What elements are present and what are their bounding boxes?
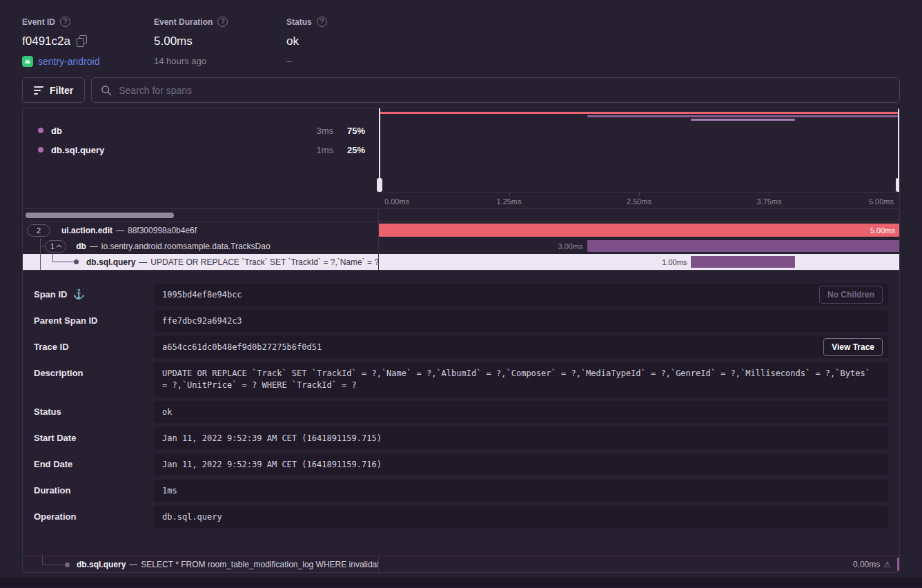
span-detail-panel: Span ID⚓ 1095bd4ef8e94bcc No Children Pa… [23, 270, 899, 554]
legend-dot [38, 128, 43, 133]
legend-op: db.sql.query [51, 145, 104, 155]
minimap-right-handle[interactable] [898, 108, 899, 192]
field-value-box: ok [154, 401, 888, 423]
tree-connector [42, 565, 66, 565]
field-trace-id: Trace ID a654cc61dc0b48ef9d0b27275b6f0d5… [34, 336, 888, 358]
event-header: Event ID ? f0491c2a sentry-android Event… [0, 0, 922, 67]
filter-button-label: Filter [50, 85, 73, 96]
search-icon [101, 85, 112, 96]
span-row-ui-action-edit[interactable]: 2 ui.action.edit — 88f300998a0b4e6f 5.00… [23, 222, 899, 238]
span-tree: 2 ui.action.edit — 88f300998a0b4e6f 5.00… [23, 222, 899, 270]
field-value-box: Jan 11, 2022 9:52:39 AM CET (1641891159.… [154, 427, 888, 449]
span-bar[interactable]: 5.00ms [379, 224, 899, 237]
span-op: db.sql.query [86, 257, 135, 267]
span-row-db[interactable]: 1 db — io.sentry.android.roomsample.data… [23, 238, 899, 254]
page-bottom-strip [0, 578, 922, 587]
field-label: Description [34, 368, 84, 378]
field-span-id: Span ID⚓ 1095bd4ef8e94bcc No Children [34, 284, 888, 306]
span-description: io.sentry.android.roomsample.data.Tracks… [101, 242, 271, 251]
span-bar[interactable] [587, 240, 899, 252]
anchor-icon[interactable]: ⚓ [72, 289, 84, 299]
tree-connector [42, 556, 43, 565]
axis-tick-label: 3.75ms [756, 197, 781, 206]
view-trace-button[interactable]: View Trace [823, 338, 883, 356]
copy-icon[interactable] [77, 37, 85, 46]
duration-value: 1ms [162, 486, 177, 496]
operation-value: db.sql.query [162, 512, 222, 522]
span-bar-duration: 5.00ms [870, 226, 895, 235]
field-label: Duration [34, 485, 70, 496]
legend-row-db[interactable]: db 3ms 75% [38, 121, 365, 140]
children-count-pill[interactable]: 2 [27, 224, 50, 237]
span-op: db.sql.query [77, 560, 126, 569]
description-value: UPDATE OR REPLACE `Track` SET `TrackId` … [162, 368, 880, 391]
children-count-pill[interactable]: 1 [45, 240, 66, 253]
minimap-left-handle[interactable] [379, 108, 380, 192]
span-separator: — [116, 226, 124, 235]
minimap-section: db 3ms 75% db.sql.query 1ms 25% [23, 108, 899, 209]
span-separator: — [90, 242, 98, 251]
legend-percent: 25% [333, 145, 365, 155]
field-value-box: UPDATE OR REPLACE `Track` SET `TrackId` … [154, 362, 888, 397]
filter-button[interactable]: Filter [22, 77, 85, 103]
axis-tick-label: 0.00ms [384, 197, 409, 206]
event-duration-label: Event Duration [154, 17, 213, 27]
status-sub: – [286, 56, 291, 66]
span-row-db-sql-query-select[interactable]: db.sql.query — SELECT * FROM room_table_… [23, 556, 899, 572]
toolbar: Filter [22, 77, 900, 103]
chevron-up-icon [57, 244, 61, 249]
axis-tick [509, 193, 510, 196]
legend-duration: 1ms [303, 145, 333, 155]
trace-view: db 3ms 75% db.sql.query 1ms 25% [22, 108, 900, 573]
field-label: Trace ID [34, 342, 69, 352]
warning-icon: ⚠ [883, 560, 891, 569]
parent-span-id-value: ffe7dbc92a6942c3 [162, 316, 242, 326]
tree-connector [52, 262, 74, 262]
span-bar-duration: 1.00ms [662, 258, 687, 266]
status-column: Status ? ok – [286, 17, 327, 67]
field-start-date: Start Date Jan 11, 2022 9:52:39 AM CET (… [34, 427, 888, 449]
span-description: 88f300998a0b4e6f [128, 226, 197, 235]
minimap-span-line [587, 115, 899, 117]
trace-minimap[interactable] [379, 108, 899, 192]
event-id-column: Event ID ? f0491c2a sentry-android [22, 17, 154, 67]
field-label: Status [34, 406, 61, 417]
field-parent-span-id: Parent Span ID ffe7dbc92a6942c3 [34, 310, 888, 332]
span-bar-duration: 0.00ms [853, 560, 880, 569]
span-description: SELECT * FROM room_table_modification_lo… [141, 560, 379, 569]
span-separator: — [139, 257, 147, 267]
span-bar[interactable] [691, 256, 795, 268]
field-description: Description UPDATE OR REPLACE `Track` SE… [34, 362, 888, 397]
help-icon[interactable]: ? [317, 17, 327, 27]
minimap-span-line [691, 119, 795, 121]
zero-duration-span-marker [897, 558, 899, 571]
tree-node-dot [65, 562, 70, 567]
status-value: ok [286, 35, 299, 48]
axis-tick-label: 5.00ms [869, 197, 894, 206]
legend-duration: 3ms [303, 126, 333, 136]
span-search[interactable] [91, 77, 900, 103]
span-row-db-sql-query-selected[interactable]: db.sql.query — UPDATE OR REPLACE `Track`… [23, 254, 899, 270]
help-icon[interactable]: ? [60, 17, 70, 27]
help-icon[interactable]: ? [217, 17, 228, 27]
project-link[interactable]: sentry-android [38, 56, 100, 67]
status-label: Status [286, 17, 312, 27]
axis-tick-label: 2.50ms [627, 197, 651, 206]
event-id-value: f0491c2a [22, 35, 70, 48]
field-value-box: 1ms [154, 480, 888, 502]
axis-tick-label: 1.25ms [496, 197, 521, 206]
legend-percent: 75% [333, 126, 365, 136]
field-status: Status ok [34, 401, 888, 423]
minimap-span-line [379, 112, 899, 114]
no-children-button[interactable]: No Children [819, 286, 883, 304]
event-id-label-row: Event ID ? [22, 17, 154, 27]
trace-id-value: a654cc61dc0b48ef9d0b27275b6f0d51 [162, 342, 322, 352]
field-label: Span ID [34, 289, 67, 300]
legend-row-db-sql-query[interactable]: db.sql.query 1ms 25% [38, 140, 365, 159]
scrollbar-row [23, 209, 899, 222]
field-value-box: 1095bd4ef8e94bcc No Children [154, 284, 888, 306]
horizontal-scrollbar[interactable] [26, 213, 174, 218]
filter-icon [34, 86, 43, 95]
time-axis: 0.00ms 1.25ms 2.50ms 3.75ms 5.00ms [379, 192, 899, 208]
search-input[interactable] [119, 85, 890, 96]
